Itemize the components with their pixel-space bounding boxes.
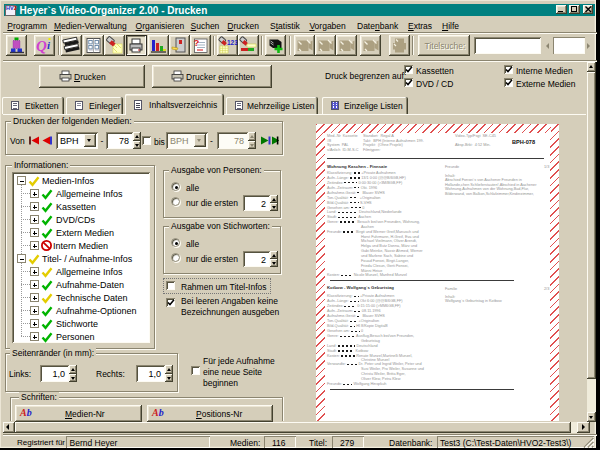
svg-text:123: 123	[227, 39, 238, 46]
svg-text:Q: Q	[36, 38, 47, 54]
svg-text:i: i	[47, 39, 51, 51]
svg-text:?: ?	[194, 37, 200, 48]
